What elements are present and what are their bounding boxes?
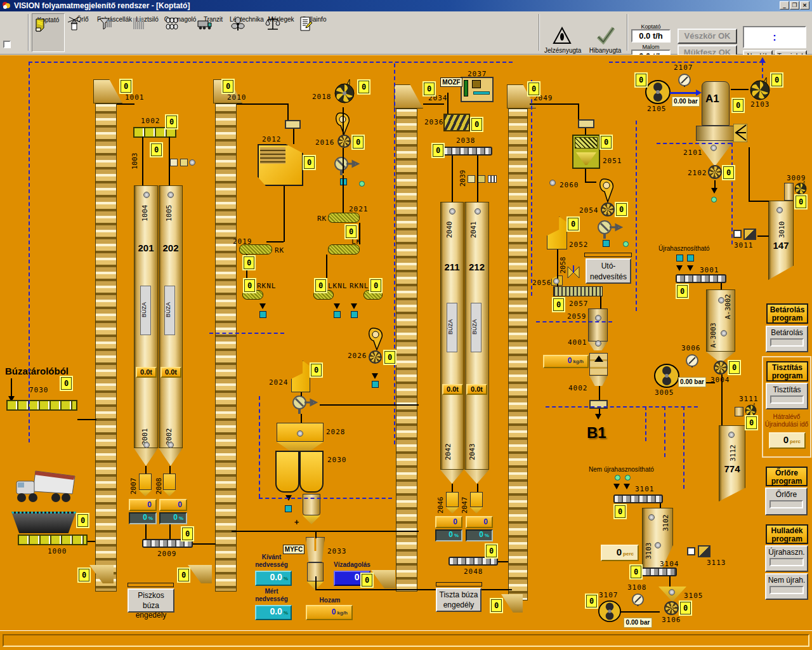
badge: 0 xyxy=(568,218,579,230)
tag-2103: 2103 xyxy=(750,100,770,109)
level-sensor xyxy=(449,208,455,215)
badge: 0 xyxy=(746,416,757,429)
screw-conveyor-2048[interactable] xyxy=(449,557,498,566)
tag-2009: 2009 xyxy=(157,550,177,558)
badge: 0 xyxy=(311,364,322,376)
tag-2038: 2038 xyxy=(456,136,476,145)
pipe xyxy=(145,466,147,474)
nem-ujrah-button[interactable]: Nem újrah. xyxy=(765,573,808,600)
weigh-hopper-2007 xyxy=(139,474,152,490)
pressure-2107: 0.00 bar xyxy=(672,96,700,107)
betarolas-button[interactable]: Betárolás xyxy=(766,326,808,352)
badge: 0 xyxy=(178,569,189,581)
pipe xyxy=(301,414,302,423)
csomagolo-icon xyxy=(164,16,180,32)
signal xyxy=(609,62,763,63)
uto-nedvesites-button[interactable]: Utó- nedvesítés xyxy=(586,258,631,284)
tag-3113: 3113 xyxy=(707,559,726,567)
tag-2105: 2105 xyxy=(647,105,667,113)
divider xyxy=(627,14,628,51)
cyclone-2026-icon xyxy=(363,327,384,351)
minimize-button[interactable]: _ xyxy=(780,1,789,10)
veszkor-ok-button[interactable]: Vészkör OK xyxy=(678,29,737,44)
tag-3005: 3005 xyxy=(655,388,674,397)
screw-conveyor-2038[interactable] xyxy=(443,147,492,156)
tag-2010: 2010 xyxy=(227,93,247,102)
permission-indicator xyxy=(584,253,632,257)
source-indicator xyxy=(615,475,620,481)
restore-button[interactable]: ❐ xyxy=(790,1,799,10)
signal xyxy=(546,406,698,408)
legtechnika-icon xyxy=(230,16,246,32)
conveyor-7030[interactable] xyxy=(6,400,77,411)
level-sensor xyxy=(595,340,601,347)
filter-vane-icon xyxy=(733,124,747,142)
valve-1003 xyxy=(180,159,188,166)
toolbar-checkbox[interactable] xyxy=(3,41,11,48)
orlo-icon xyxy=(66,16,82,32)
screw-2057[interactable] xyxy=(553,286,603,296)
conveyor-1000[interactable] xyxy=(18,534,88,545)
tab-folyascellak[interactable]: Folyáscellák xyxy=(97,13,130,52)
mert-label: Mért nedvesség xyxy=(251,588,292,602)
screw-conveyor-3001[interactable] xyxy=(676,274,726,283)
level-sensor xyxy=(655,542,661,548)
tab-merlegek[interactable]: Mérlegek xyxy=(265,13,298,52)
jelzesnyugta-button[interactable]: Jelzésnyugta xyxy=(544,27,580,54)
piszkos-buza-button[interactable]: Piszkos búza engedély xyxy=(128,588,174,613)
tab-cellainfo[interactable]: Cellainfo xyxy=(298,13,331,52)
vent-pipe xyxy=(784,183,794,201)
screw-conveyor-2009[interactable] xyxy=(142,539,193,548)
source-indicator xyxy=(676,255,683,262)
tag-2041: 2041 xyxy=(469,217,477,242)
tab-lisztsilo[interactable]: Lisztsiló xyxy=(131,13,164,52)
pipe xyxy=(669,576,671,587)
tag-3001: 3001 xyxy=(700,266,719,274)
tag-2028: 2028 xyxy=(326,428,346,436)
intake-hopper xyxy=(11,512,76,533)
pipe xyxy=(660,503,661,508)
badge: 0 xyxy=(121,80,131,93)
tag-3010: 3010 xyxy=(778,218,785,241)
level-sensor xyxy=(167,192,174,198)
button-slot xyxy=(769,586,804,594)
tag-2101: 2101 xyxy=(683,149,703,157)
product-label: BÚZA xyxy=(447,303,457,352)
flow-arrow xyxy=(711,188,717,194)
tab-csomagolo[interactable]: Csomagoló xyxy=(164,13,197,52)
tab-tranzit[interactable]: Tranzit xyxy=(197,13,230,52)
filter-A1-band xyxy=(696,126,734,141)
orlore-button[interactable]: Őrlőre xyxy=(765,488,808,515)
pipe xyxy=(731,89,749,90)
diverter-3113 xyxy=(698,545,710,557)
magnet-RK-2019 xyxy=(239,244,272,255)
main-toolbar: Koptató Őrlő Folyáscellák Lisztsiló Csom… xyxy=(0,11,812,55)
hibanyugta-button[interactable]: Hibanyugta xyxy=(587,27,624,54)
tag-3108: 3108 xyxy=(627,583,647,592)
close-button[interactable]: × xyxy=(800,1,809,10)
koptato-icon xyxy=(32,17,49,33)
tag-2024: 2024 xyxy=(269,378,289,387)
screw-conveyor-3104[interactable] xyxy=(641,567,677,576)
badge: 0 xyxy=(424,83,435,95)
silo-212-number: 212 xyxy=(464,262,489,272)
window-title: VISION folyamatmegjelenítő rendszer - [K… xyxy=(14,1,190,10)
tiszta-buza-button[interactable]: Tiszta búza engedély xyxy=(436,588,481,612)
valve-2058-icon xyxy=(566,265,580,279)
ujrahaszn-button[interactable]: Újrahaszn. xyxy=(765,545,808,572)
plus-mark: + xyxy=(294,518,299,527)
pipe xyxy=(142,136,143,185)
tab-koptato[interactable]: Koptató xyxy=(32,13,65,52)
blower-3107-icon xyxy=(597,600,622,623)
tag-3101: 3101 xyxy=(635,485,655,493)
tab-legtechnika[interactable]: Légtechnika xyxy=(230,13,263,52)
screw-conveyor-3101[interactable] xyxy=(613,494,663,503)
tisztitas-button[interactable]: Tisztítás xyxy=(766,383,808,409)
tag-1005: 1005 xyxy=(165,201,173,226)
tab-orlo[interactable]: Őrlő xyxy=(66,13,99,52)
permission-indicator xyxy=(128,583,174,587)
tag-1000: 1000 xyxy=(48,547,67,555)
cyclone-2054-icon xyxy=(594,178,615,203)
destination-indicator xyxy=(372,381,379,388)
mozf-probe xyxy=(464,80,468,96)
